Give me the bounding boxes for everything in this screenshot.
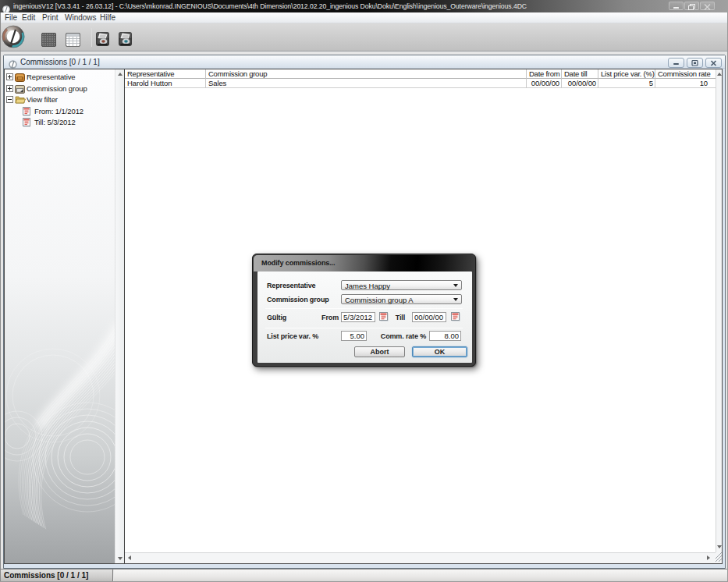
dialog-titlebar[interactable]: Modify commissions... xyxy=(254,255,474,271)
representative-value: James Happy xyxy=(345,282,390,290)
tree-scrollbar[interactable] xyxy=(115,69,124,563)
menu-hilfe[interactable]: Hilfe xyxy=(100,12,115,23)
application-window: ingeniousV12 [V3.3.41 - 26.03.12] - C:\U… xyxy=(0,0,728,582)
scroll-left-arrow[interactable] xyxy=(128,555,131,560)
table-vertical-scrollbar[interactable] xyxy=(716,69,722,552)
dialog-separator xyxy=(265,328,463,328)
status-text: Commissions [0 / 1 / 1] xyxy=(0,570,113,582)
representative-combobox[interactable]: James Happy xyxy=(341,280,462,290)
cell-representative: Harold Hutton xyxy=(125,79,206,88)
mdi-window-title: Commissions [0 / 1 / 1] xyxy=(20,55,100,69)
commission-group-icon xyxy=(15,84,25,94)
mdi-window-icon xyxy=(9,58,17,66)
app-icon xyxy=(2,2,10,10)
mdi-minimize-button[interactable] xyxy=(668,58,684,68)
from-label: From xyxy=(321,314,339,321)
window-title: ingeniousV12 [V3.3.41 - 26.03.12] - C:\U… xyxy=(13,0,527,12)
app-titlebar: ingeniousV12 [V3.3.41 - 26.03.12] - C:\U… xyxy=(0,0,728,12)
till-calendar-button[interactable] xyxy=(451,312,461,322)
calendar-icon xyxy=(23,118,31,127)
minimize-button[interactable] xyxy=(669,2,684,10)
from-calendar-button[interactable] xyxy=(379,312,389,322)
cell-date-from: 00/00/00 xyxy=(527,79,562,88)
scroll-down-arrow[interactable] xyxy=(717,545,722,548)
tree-item-from-date[interactable]: From: 1/1/2012 xyxy=(5,106,115,117)
col-commission-rate[interactable]: Commission rate xyxy=(655,69,716,79)
list-view-button[interactable] xyxy=(66,33,80,50)
mdi-titlebar[interactable] xyxy=(4,55,725,69)
scroll-up-arrow[interactable] xyxy=(118,73,123,76)
validity-label: Gültig xyxy=(267,314,286,321)
from-date-input[interactable] xyxy=(341,312,375,322)
tree-item-label: View filter xyxy=(27,94,58,105)
cell-date-till: 00/00/00 xyxy=(562,79,598,88)
col-list-price-var[interactable]: List price var. (%) xyxy=(598,69,655,79)
app-logo-button[interactable] xyxy=(2,25,25,51)
cell-commission-group: Sales xyxy=(206,79,527,88)
list-price-input[interactable] xyxy=(341,331,367,341)
commission-group-value: Commission group A xyxy=(345,296,414,304)
calendar-icon xyxy=(23,107,31,116)
col-date-from[interactable]: Date from xyxy=(527,69,562,79)
col-date-till[interactable]: Date till xyxy=(562,69,598,79)
table-horizontal-scrollbar[interactable] xyxy=(125,552,716,563)
mdi-maximize-button[interactable] xyxy=(687,58,703,68)
collapse-icon[interactable] xyxy=(6,96,13,103)
menu-windows[interactable]: Windows xyxy=(65,12,97,23)
list-price-label: List price var. % xyxy=(267,332,318,340)
tree-item-label: Commission group xyxy=(27,83,87,94)
menu-print[interactable]: Print xyxy=(42,12,59,23)
comm-rate-input[interactable] xyxy=(429,331,461,341)
col-representative[interactable]: Representative xyxy=(125,69,206,79)
expand-icon[interactable] xyxy=(6,85,13,92)
col-commission-group[interactable]: Commission group xyxy=(206,69,527,79)
table-row[interactable]: Harold Hutton Sales 00/00/00 00/00/00 5 … xyxy=(125,79,716,88)
statusbar: Commissions [0 / 1 / 1] xyxy=(0,569,728,582)
tree-item-commission-group[interactable]: Commission group xyxy=(5,83,115,94)
print-preview-button[interactable] xyxy=(118,31,133,50)
menu-file[interactable]: File xyxy=(5,12,17,23)
scroll-down-arrow[interactable] xyxy=(118,557,123,560)
toolbar xyxy=(0,23,728,51)
comm-rate-label: Comm. rate % xyxy=(381,332,426,340)
dropdown-arrow-icon xyxy=(453,298,458,301)
tree-item-representative[interactable]: Representative xyxy=(5,72,115,83)
cell-commission-rate: 10 xyxy=(655,79,716,88)
menu-edit[interactable]: Edit xyxy=(22,12,35,23)
toolbar-separator xyxy=(91,28,92,47)
representative-label: Representative xyxy=(267,282,315,289)
scroll-right-arrow[interactable] xyxy=(707,555,710,560)
mdi-close-button[interactable] xyxy=(705,58,722,68)
ok-button[interactable]: OK xyxy=(412,346,467,357)
abort-button[interactable]: Abort xyxy=(354,346,405,357)
tree-item-till-date[interactable]: Till: 5/3/2012 xyxy=(5,117,115,128)
commission-group-label: Commission group xyxy=(267,296,329,303)
table-header: Representative Commission group Date fro… xyxy=(125,69,716,79)
scroll-up-arrow[interactable] xyxy=(717,73,722,76)
till-date-input[interactable] xyxy=(412,312,446,322)
commission-group-combobox[interactable]: Commission group A xyxy=(341,294,462,304)
dialog-separator xyxy=(265,308,463,309)
menubar: File Edit Print Windows Hilfe xyxy=(0,12,728,23)
status-spacer xyxy=(114,570,728,582)
close-button[interactable] xyxy=(700,2,715,10)
tree-item-label: From: 1/1/2012 xyxy=(34,106,83,117)
cell-list-price-var: 5 xyxy=(598,79,655,88)
tree-panel-background xyxy=(5,69,115,563)
tree-panel: Representative Commission group View fil… xyxy=(5,69,115,563)
expand-icon[interactable] xyxy=(6,73,13,80)
tree-item-label: Representative xyxy=(27,72,76,83)
tree-item-label: Till: 5/3/2012 xyxy=(34,117,76,128)
representative-icon xyxy=(15,73,25,82)
print-button[interactable] xyxy=(95,31,110,50)
till-label: Till xyxy=(396,314,405,321)
view-filter-icon xyxy=(15,95,26,105)
app-border-left xyxy=(0,12,1,582)
resize-grip[interactable] xyxy=(716,552,722,563)
grid-view-button[interactable] xyxy=(41,33,56,50)
dropdown-arrow-icon xyxy=(453,284,458,287)
restore-button[interactable] xyxy=(684,2,699,10)
tree-item-view-filter[interactable]: View filter xyxy=(5,94,115,105)
